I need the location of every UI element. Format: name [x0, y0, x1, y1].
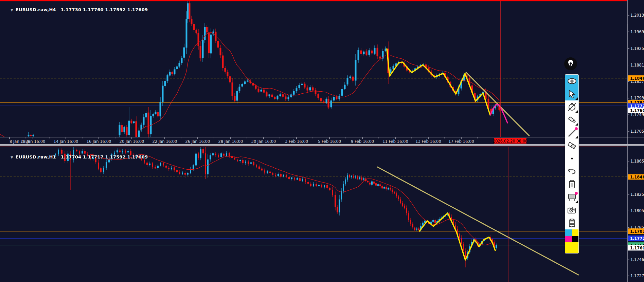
candle [410, 220, 411, 224]
symbol-dropdown-icon[interactable]: ▼ [11, 8, 13, 12]
candle [149, 164, 150, 165]
candle [461, 238, 462, 244]
candle [414, 228, 415, 230]
candle [189, 3, 191, 19]
stopwatch-off-icon [568, 102, 576, 111]
h1-chart-title[interactable]: ▼EURUSD.raw,H11.17704 1.17717 1.17592 1.… [4, 149, 148, 165]
visibility-eye-button[interactable] [565, 75, 578, 88]
candle [386, 187, 387, 189]
candle [299, 178, 301, 181]
candle [202, 149, 204, 153]
candle [297, 178, 298, 180]
candle [247, 80, 249, 81]
h4-ohlc-values: 1.17730 1.17760 1.17592 1.17609 [61, 7, 148, 12]
candle [291, 177, 292, 179]
time-axis[interactable]: 8 Jan 202612 Jan 16:0014 Jan 16:0016 Jan… [10, 137, 527, 144]
candle [274, 97, 276, 99]
candle [496, 245, 497, 248]
palette-color-magenta[interactable] [565, 236, 572, 242]
symbol-dropdown-icon[interactable]: ▼ [11, 155, 13, 159]
h4-price-axis[interactable]: 1.201321.196921.192521.188121.183721.179… [628, 13, 644, 134]
notification-dot [575, 127, 578, 130]
axis-tick-label: 1.17270 [630, 274, 644, 278]
candle [406, 208, 407, 213]
candle [152, 163, 153, 167]
time-label: 17 Feb 16:00 [448, 139, 474, 144]
h1-chart-area[interactable] [0, 146, 644, 282]
clipboard-button[interactable] [565, 217, 578, 229]
candle [369, 50, 370, 55]
palette-color-cyan[interactable] [565, 229, 572, 236]
candle [172, 72, 173, 74]
candle [396, 193, 397, 196]
candle [332, 190, 333, 195]
h4-symbol-timeframe: EURUSD.raw,H4 [16, 7, 56, 12]
time-label: 14 Jan 16:00 [54, 139, 78, 144]
delete-button[interactable] [565, 178, 578, 191]
candle [357, 176, 358, 179]
candle [463, 244, 464, 250]
eraser-button[interactable] [565, 139, 578, 152]
marker-pen-button[interactable] [565, 113, 578, 126]
candle [160, 102, 161, 116]
candle [375, 183, 377, 186]
candle [323, 101, 325, 103]
candle [343, 184, 344, 191]
candle [229, 153, 230, 156]
candle [329, 188, 330, 190]
price-level-badge-label: 1.18465 [630, 76, 644, 81]
palette-color-black[interactable] [572, 236, 579, 242]
candle [302, 179, 303, 181]
h1-symbol-timeframe: EURUSD.raw,H1 [16, 154, 56, 159]
axis-tick-label: 1.19692 [630, 30, 644, 34]
submenu-corner-icon [575, 201, 578, 203]
candle [360, 51, 362, 54]
candle [145, 113, 147, 117]
pen-tool-button[interactable] [564, 57, 577, 70]
timer-off-button[interactable] [565, 100, 578, 113]
panel-divider[interactable] [0, 144, 644, 146]
h4-chart-area[interactable] [0, 0, 644, 139]
eye-icon [567, 78, 577, 84]
candle [169, 72, 171, 76]
screenshot-button[interactable] [565, 204, 578, 217]
candle [299, 85, 300, 88]
cursor-select-button[interactable] [565, 88, 578, 100]
candle [381, 186, 383, 189]
chart-canvas[interactable]: 1.201321.196921.192521.188121.183721.179… [0, 0, 644, 282]
candle [390, 188, 391, 189]
candle [204, 27, 206, 40]
candle [363, 178, 364, 180]
submenu-corner-icon [575, 110, 578, 113]
color-palette[interactable] [565, 229, 578, 242]
candle [215, 154, 216, 155]
current-color-swatch[interactable] [565, 242, 578, 253]
brush-size-button[interactable] [565, 152, 578, 165]
candle [141, 125, 142, 130]
candle [206, 27, 208, 32]
candle [318, 94, 319, 98]
palette-color-yellow[interactable] [572, 229, 579, 236]
cursor-arrow-icon [568, 90, 576, 98]
candle [153, 114, 154, 116]
candle [307, 88, 308, 91]
candle [133, 121, 135, 123]
candle [176, 67, 178, 69]
candle [278, 174, 279, 176]
price-level-badge-label: 1.17810 [630, 229, 644, 234]
candle [227, 72, 229, 76]
candle [269, 172, 271, 173]
time-label: 26 Jan 16:00 [185, 139, 210, 144]
board-button[interactable] [565, 191, 578, 204]
candle [335, 195, 336, 207]
candle [136, 121, 137, 137]
line-tool-button[interactable] [565, 126, 578, 139]
candle [398, 196, 399, 199]
undo-button[interactable] [565, 165, 578, 178]
candle [244, 81, 246, 84]
h4-chart-title[interactable]: ▼EURUSD.raw,H41.17730 1.17760 1.17592 1.… [4, 2, 148, 17]
h1-price-axis[interactable]: 1.186551.182551.180551.178551.174651.172… [628, 159, 644, 278]
candle [371, 51, 373, 54]
candle [304, 84, 306, 88]
candle [220, 48, 221, 55]
